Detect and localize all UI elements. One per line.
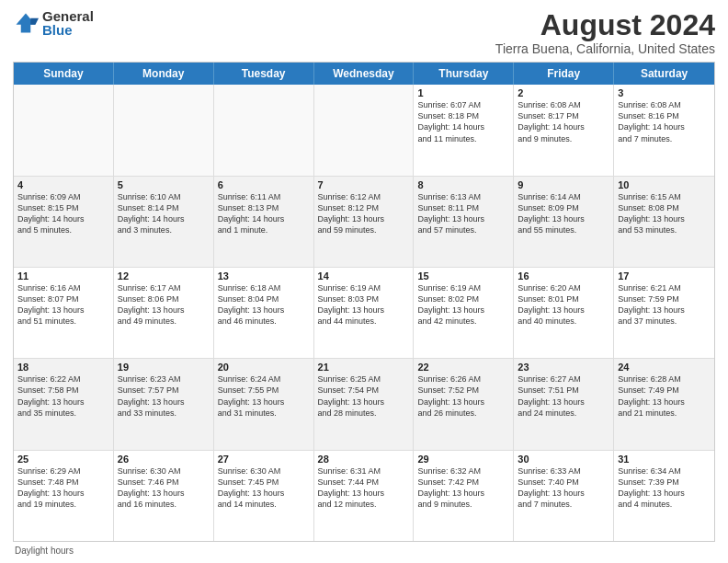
cal-cell: 19Sunrise: 6:23 AMSunset: 7:57 PMDayligh… xyxy=(114,359,214,449)
day-info: Sunrise: 6:07 AMSunset: 8:18 PMDaylight:… xyxy=(417,99,509,144)
day-number: 2 xyxy=(518,87,609,98)
cal-cell: 5Sunrise: 6:10 AMSunset: 8:14 PMDaylight… xyxy=(114,177,214,267)
cal-cell xyxy=(314,85,415,175)
cal-cell: 31Sunrise: 6:34 AMSunset: 7:39 PMDayligh… xyxy=(614,451,714,541)
header-day-saturday: Saturday xyxy=(614,63,714,85)
logo-blue: Blue xyxy=(42,23,94,37)
cal-cell: 14Sunrise: 6:19 AMSunset: 8:03 PMDayligh… xyxy=(314,268,415,358)
day-info: Sunrise: 6:13 AMSunset: 8:11 PMDaylight:… xyxy=(417,191,509,236)
day-number: 1 xyxy=(417,87,509,98)
header-day-thursday: Thursday xyxy=(414,63,514,85)
day-number: 21 xyxy=(318,362,410,373)
cal-cell xyxy=(14,85,114,175)
title-block: August 2024 Tierra Buena, California, Un… xyxy=(495,9,715,56)
day-info: Sunrise: 6:16 AMSunset: 8:07 PMDaylight:… xyxy=(17,282,109,327)
day-info: Sunrise: 6:10 AMSunset: 8:14 PMDaylight:… xyxy=(118,191,210,236)
day-info: Sunrise: 6:25 AMSunset: 7:54 PMDaylight:… xyxy=(318,373,410,419)
cal-cell: 23Sunrise: 6:27 AMSunset: 7:51 PMDayligh… xyxy=(514,359,614,449)
logo-text: General Blue xyxy=(42,9,94,37)
cal-cell: 25Sunrise: 6:29 AMSunset: 7:48 PMDayligh… xyxy=(14,451,114,541)
day-number: 23 xyxy=(518,362,609,373)
logo-general: General xyxy=(42,9,94,23)
week-row-5: 25Sunrise: 6:29 AMSunset: 7:48 PMDayligh… xyxy=(14,451,714,541)
day-number: 11 xyxy=(17,270,109,282)
day-number: 25 xyxy=(17,454,109,465)
cal-cell: 28Sunrise: 6:31 AMSunset: 7:44 PMDayligh… xyxy=(314,451,415,541)
day-info: Sunrise: 6:26 AMSunset: 7:52 PMDaylight:… xyxy=(417,373,509,419)
day-number: 4 xyxy=(17,179,109,190)
svg-marker-1 xyxy=(30,18,39,25)
day-info: Sunrise: 6:20 AMSunset: 8:01 PMDaylight:… xyxy=(518,282,609,327)
cal-cell: 11Sunrise: 6:16 AMSunset: 8:07 PMDayligh… xyxy=(14,268,114,358)
day-info: Sunrise: 6:17 AMSunset: 8:06 PMDaylight:… xyxy=(118,282,210,327)
day-number: 9 xyxy=(518,179,609,190)
week-row-3: 11Sunrise: 6:16 AMSunset: 8:07 PMDayligh… xyxy=(14,268,714,359)
day-info: Sunrise: 6:15 AMSunset: 8:08 PMDaylight:… xyxy=(618,191,711,236)
page: General Blue August 2024 Tierra Buena, C… xyxy=(0,0,728,563)
day-number: 16 xyxy=(518,270,609,282)
day-info: Sunrise: 6:21 AMSunset: 7:59 PMDaylight:… xyxy=(618,282,711,327)
day-number: 5 xyxy=(118,179,210,190)
day-info: Sunrise: 6:27 AMSunset: 7:51 PMDaylight:… xyxy=(518,373,609,419)
cal-cell: 21Sunrise: 6:25 AMSunset: 7:54 PMDayligh… xyxy=(314,359,415,449)
day-info: Sunrise: 6:14 AMSunset: 8:09 PMDaylight:… xyxy=(518,191,609,236)
day-number: 10 xyxy=(618,179,711,190)
cal-cell xyxy=(214,85,314,175)
main-title: August 2024 xyxy=(495,9,715,41)
day-info: Sunrise: 6:18 AMSunset: 8:04 PMDaylight:… xyxy=(218,282,310,327)
header-day-wednesday: Wednesday xyxy=(314,63,415,85)
cal-cell: 29Sunrise: 6:32 AMSunset: 7:42 PMDayligh… xyxy=(414,451,514,541)
cal-cell: 6Sunrise: 6:11 AMSunset: 8:13 PMDaylight… xyxy=(214,177,314,267)
cal-cell xyxy=(114,85,214,175)
header-day-tuesday: Tuesday xyxy=(214,63,314,85)
day-number: 15 xyxy=(417,270,509,282)
day-number: 14 xyxy=(318,270,410,282)
day-info: Sunrise: 6:22 AMSunset: 7:58 PMDaylight:… xyxy=(17,373,109,419)
cal-cell: 22Sunrise: 6:26 AMSunset: 7:52 PMDayligh… xyxy=(414,359,514,449)
cal-cell: 3Sunrise: 6:08 AMSunset: 8:16 PMDaylight… xyxy=(614,85,714,175)
cal-cell: 18Sunrise: 6:22 AMSunset: 7:58 PMDayligh… xyxy=(14,359,114,449)
cal-cell: 10Sunrise: 6:15 AMSunset: 8:08 PMDayligh… xyxy=(614,177,714,267)
header: General Blue August 2024 Tierra Buena, C… xyxy=(13,9,715,56)
day-number: 28 xyxy=(318,454,410,465)
logo-icon xyxy=(13,10,39,36)
week-row-2: 4Sunrise: 6:09 AMSunset: 8:15 PMDaylight… xyxy=(14,177,714,268)
sub-title: Tierra Buena, California, United States xyxy=(495,41,715,56)
day-info: Sunrise: 6:24 AMSunset: 7:55 PMDaylight:… xyxy=(218,373,310,419)
calendar: SundayMondayTuesdayWednesdayThursdayFrid… xyxy=(13,62,715,542)
day-info: Sunrise: 6:12 AMSunset: 8:12 PMDaylight:… xyxy=(318,191,410,236)
header-day-sunday: Sunday xyxy=(14,63,114,85)
day-number: 7 xyxy=(318,179,410,190)
day-number: 6 xyxy=(218,179,310,190)
day-info: Sunrise: 6:11 AMSunset: 8:13 PMDaylight:… xyxy=(218,191,310,236)
footer-note: Daylight hours xyxy=(13,546,715,556)
day-number: 22 xyxy=(417,362,509,373)
day-number: 26 xyxy=(118,454,210,465)
day-number: 13 xyxy=(218,270,310,282)
header-day-monday: Monday xyxy=(114,63,214,85)
cal-cell: 7Sunrise: 6:12 AMSunset: 8:12 PMDaylight… xyxy=(314,177,415,267)
day-info: Sunrise: 6:30 AMSunset: 7:46 PMDaylight:… xyxy=(118,465,210,511)
calendar-body: 1Sunrise: 6:07 AMSunset: 8:18 PMDaylight… xyxy=(14,85,714,541)
day-number: 31 xyxy=(618,454,711,465)
day-info: Sunrise: 6:08 AMSunset: 8:16 PMDaylight:… xyxy=(618,99,711,144)
day-number: 17 xyxy=(618,270,711,282)
day-info: Sunrise: 6:09 AMSunset: 8:15 PMDaylight:… xyxy=(17,191,109,236)
cal-cell: 17Sunrise: 6:21 AMSunset: 7:59 PMDayligh… xyxy=(614,268,714,358)
cal-cell: 9Sunrise: 6:14 AMSunset: 8:09 PMDaylight… xyxy=(514,177,614,267)
day-number: 20 xyxy=(218,362,310,373)
cal-cell: 1Sunrise: 6:07 AMSunset: 8:18 PMDaylight… xyxy=(414,85,514,175)
cal-cell: 15Sunrise: 6:19 AMSunset: 8:02 PMDayligh… xyxy=(414,268,514,358)
logo: General Blue xyxy=(13,9,94,37)
cal-cell: 30Sunrise: 6:33 AMSunset: 7:40 PMDayligh… xyxy=(514,451,614,541)
week-row-1: 1Sunrise: 6:07 AMSunset: 8:18 PMDaylight… xyxy=(14,85,714,176)
cal-cell: 20Sunrise: 6:24 AMSunset: 7:55 PMDayligh… xyxy=(214,359,314,449)
day-info: Sunrise: 6:29 AMSunset: 7:48 PMDaylight:… xyxy=(17,465,109,511)
day-info: Sunrise: 6:32 AMSunset: 7:42 PMDaylight:… xyxy=(417,465,509,511)
cal-cell: 24Sunrise: 6:28 AMSunset: 7:49 PMDayligh… xyxy=(614,359,714,449)
cal-cell: 4Sunrise: 6:09 AMSunset: 8:15 PMDaylight… xyxy=(14,177,114,267)
cal-cell: 8Sunrise: 6:13 AMSunset: 8:11 PMDaylight… xyxy=(414,177,514,267)
day-info: Sunrise: 6:33 AMSunset: 7:40 PMDaylight:… xyxy=(518,465,609,511)
day-info: Sunrise: 6:28 AMSunset: 7:49 PMDaylight:… xyxy=(618,373,711,419)
day-info: Sunrise: 6:34 AMSunset: 7:39 PMDaylight:… xyxy=(618,465,711,511)
